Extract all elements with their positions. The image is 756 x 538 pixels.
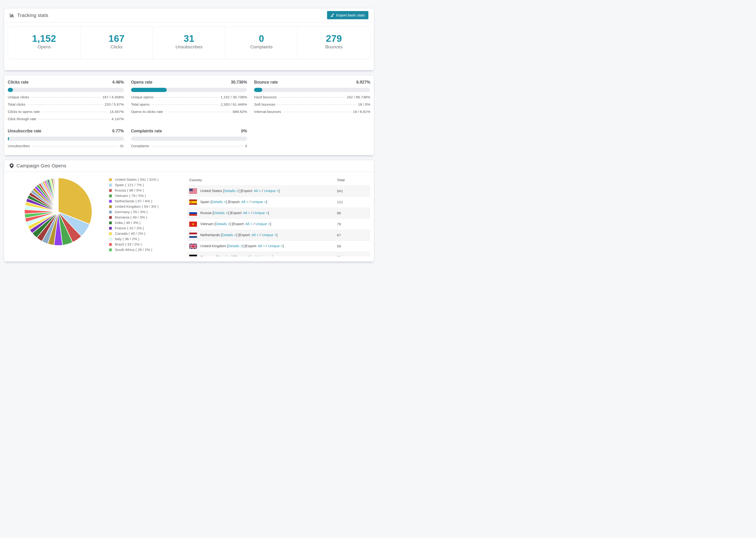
export-all-link[interactable]: All > [247,255,254,256]
rate-panel-unsubscribe-rate: Unsubscribe rate0.77%Unsubscribes31 [8,129,124,148]
geo-table-row-nl: Netherlands [Details >] [Export: All > /… [188,230,370,241]
rate-panel-clicks-rate: Clicks rate4.46%Unique clicks167 / 4.456… [8,80,124,121]
export-unique-link[interactable]: Unique > [264,189,279,193]
dotted-leader [283,112,351,112]
rate-detail-row: Unsubscribes31 [8,144,124,148]
legend-label: Germany ( 55 / 3% ) [115,210,148,214]
rate-panel-header: Clicks rate4.46% [8,80,124,85]
details-link[interactable]: Details > [217,255,232,256]
legend-swatch [109,199,112,203]
dotted-leader [38,119,109,120]
legend-item-russia[interactable]: Russia ( 86 / 5% ) [109,188,188,192]
rate-detail-value: 1,152 / 30.736% [220,95,247,99]
legend-item-netherlands[interactable]: Netherlands ( 67 / 4% ) [109,199,188,203]
details-link[interactable]: Details > [216,222,230,226]
bracket: ] [Export: [230,222,245,226]
details-link[interactable]: Details > [222,233,236,237]
rate-title: Complaints rate [131,129,162,134]
legend-label: France ( 42 / 2% ) [115,226,144,230]
rate-panel-header: Bounce rate6.927% [254,80,370,85]
rate-detail-row: Soft bounces18 / 0% [254,102,370,107]
export-unique-link[interactable]: Unique > [262,233,276,237]
rate-panel-complaints-rate: Complaints rate0%Complaints0 [131,129,247,148]
rate-detail-row: Clicks to opens rate14.497% [8,110,124,114]
legend-item-germany[interactable]: Germany ( 55 / 3% ) [109,210,188,214]
export-basic-stats-button[interactable]: Export basic stats [327,11,368,19]
export-all-link[interactable]: All > [251,233,259,237]
legend-item-united-states[interactable]: United States ( 541 / 31% ) [109,178,188,182]
legend-item-romania[interactable]: Romania ( 49 / 3% ) [109,215,188,219]
geo-table-row-es: Spain [Details >] [Export: All > / Uniqu… [188,197,370,208]
dotted-leader [152,104,218,105]
country-name: United Kingdom [200,244,227,248]
legend-swatch [109,189,112,192]
legend-item-south-africa[interactable]: South Africa ( 29 / 2% ) [109,248,188,252]
export-unique-link[interactable]: Unique > [268,244,283,248]
rate-title: Opens rate [131,80,152,85]
dotted-leader [42,112,107,112]
dotted-leader [32,146,118,146]
legend-label: United States ( 541 / 31% ) [115,178,158,182]
rate-detail-label: Unique opens [131,95,153,99]
legend-label: India ( 46 / 3% ) [115,221,140,225]
rate-detail-value: 4.147% [112,117,124,121]
stat-label: Clicks [111,44,123,50]
legend-item-italy[interactable]: Italy ( 36 / 2% ) [109,237,188,241]
details-link[interactable]: Details > [213,211,228,215]
legend-item-india[interactable]: India ( 46 / 3% ) [109,221,188,225]
export-all-link[interactable]: All > [243,211,250,215]
bracket: ] [Export: [232,255,247,256]
legend-label: Spain ( 121 / 7% ) [115,183,144,187]
dashboard-page: Tracking stats Export basic stats 1,152O… [0,0,378,269]
de-flag-icon [189,255,197,256]
rate-panel-bounce-rate: Bounce rate6.927%Hard bounces242 / 86.73… [254,80,370,121]
geo-country-cell: United Kingdom [Details >] [Export: All … [188,241,335,252]
rate-detail-label: Total opens [131,102,149,107]
legend-item-france[interactable]: France ( 42 / 2% ) [109,226,188,230]
export-all-link[interactable]: All > [242,200,249,204]
legend-item-canada[interactable]: Canada ( 40 / 2% ) [109,232,188,236]
geo-title: Campaign Geo Opens [17,163,67,169]
export-unique-link[interactable]: Unique > [255,222,270,226]
rate-progress-bar [254,88,370,92]
legend-item-united-kingdom[interactable]: United Kingdom ( 59 / 3% ) [109,204,188,209]
export-unique-link[interactable]: Unique > [251,200,266,204]
rate-progress-bar [131,136,247,141]
rate-panel-header: Opens rate30.736% [131,80,247,85]
rate-panel-opens-rate: Opens rate30.736%Unique opens1,152 / 30.… [131,80,247,121]
details-link[interactable]: Details > [228,244,243,248]
geo-total-cell: 59 [335,241,370,252]
rate-detail-row: Hard bounces242 / 86.738% [254,95,370,99]
map-pin-icon [10,163,14,168]
legend-item-spain[interactable]: Spain ( 121 / 7% ) [109,183,188,187]
details-link[interactable]: Details > [224,189,239,193]
stat-label: Opens [37,44,51,50]
rate-detail-value: 14.497% [109,110,124,114]
nl-flag-icon [189,233,197,238]
export-all-link[interactable]: All > [245,222,252,226]
rates-card: Clicks rate4.46%Unique clicks167 / 4.456… [4,75,374,155]
details-link[interactable]: Details > [212,200,226,204]
rate-detail-label: Opens to clicks rate [131,110,163,114]
rate-value: 30.736% [231,80,247,85]
legend-label: Vietnam ( 79 / 5% ) [115,194,146,198]
legend-label: Canada ( 40 / 2% ) [115,232,145,236]
bracket: ] [266,200,267,204]
legend-label: Russia ( 86 / 5% ) [115,188,144,192]
rate-detail-value: 242 / 86.738% [347,95,370,99]
export-all-link[interactable]: All > [254,189,261,193]
export-unique-link[interactable]: Unique > [253,211,268,215]
legend-item-vietnam[interactable]: Vietnam ( 79 / 5% ) [109,194,188,198]
export-all-link[interactable]: All > [258,244,265,248]
bracket: ] [Export: [238,189,253,193]
legend-item-brazil[interactable]: Brazil ( 33 / 2% ) [109,242,188,246]
geo-table-row-de: Germany [Details >] [Export: All > / Uni… [188,252,370,256]
rate-detail-label: Total clicks [8,102,26,107]
rate-value: 4.46% [112,80,124,85]
campaign-geo-opens-card: Campaign Geo Opens United States ( 541 /… [4,160,374,262]
rate-detail-value: 689.82% [233,110,247,114]
geo-country-cell: Germany [Details >] [Export: All > / Uni… [188,252,335,256]
geo-pie-chart[interactable] [8,175,109,256]
export-unique-link[interactable]: Unique > [257,255,272,256]
bracket: ] [Export: [228,211,243,215]
